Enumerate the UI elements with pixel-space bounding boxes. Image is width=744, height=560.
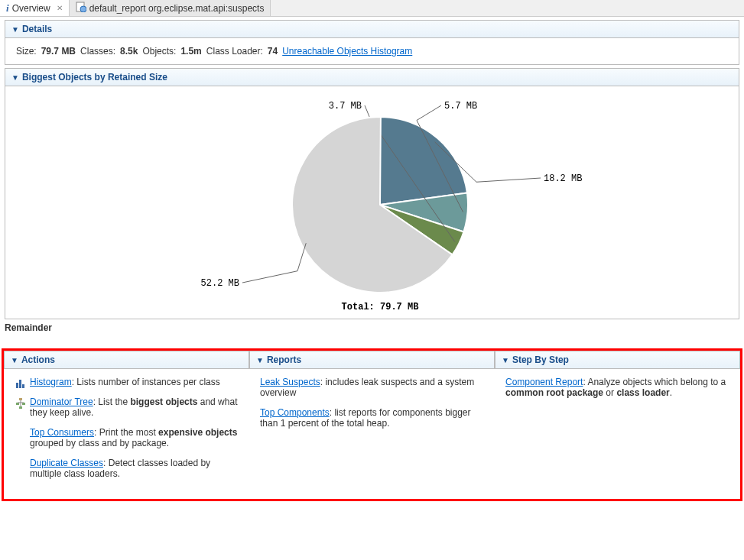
pie-label: 52.2 MB: [200, 278, 239, 289]
action-link[interactable]: Histogram: [30, 377, 72, 387]
svg-rect-8: [19, 406, 22, 409]
twisty-icon: ▼: [11, 73, 19, 82]
svg-rect-3: [19, 380, 21, 388]
report-icon: [76, 2, 86, 15]
action-item: Top Consumers: Print the most expensive …: [15, 427, 239, 448]
reports-header[interactable]: ▼ Reports: [249, 351, 495, 369]
loader-label: Class Loader:: [206, 46, 263, 57]
classes-label: Classes:: [80, 46, 115, 57]
actions-header[interactable]: ▼ Actions: [4, 351, 249, 369]
action-link[interactable]: Duplicate Classes: [30, 458, 103, 468]
bottom-panel: ▼ Actions Histogram: Lists number of ins…: [2, 348, 742, 501]
twisty-icon: ▼: [11, 356, 18, 364]
info-icon: i: [6, 2, 9, 15]
svg-rect-5: [19, 398, 22, 400]
action-link[interactable]: Dominator Tree: [30, 397, 93, 407]
section-title: Step By Step: [512, 354, 569, 365]
objects-label: Objects:: [142, 46, 176, 57]
action-item: Duplicate Classes: Detect classes loaded…: [15, 458, 239, 479]
loader-value: 74: [268, 46, 278, 57]
svg-rect-4: [22, 384, 24, 388]
chart-total: Total: 79.7 MB: [341, 302, 418, 312]
tab-bar: i Overview ✕ default_report org.eclipse.…: [0, 0, 744, 17]
tab-label: default_report org.eclipse.mat.api:suspe…: [89, 3, 265, 14]
tree-icon: [15, 398, 27, 409]
pie-chart: 18.2 MB5.7 MB3.7 MB52.2 MB Total: 79.7 M…: [5, 86, 739, 319]
step-item: Component Report: Analyze objects which …: [505, 377, 729, 398]
stepbystep-column: ▼ Step By Step Component Report: Analyze…: [495, 351, 740, 499]
section-title: Details: [22, 24, 52, 34]
report-item: Leak Suspects: includes leak suspects an…: [260, 377, 484, 398]
stepbystep-header[interactable]: ▼ Step By Step: [495, 351, 740, 369]
tab-overview[interactable]: i Overview ✕: [0, 0, 70, 16]
report-link[interactable]: Leak Suspects: [260, 377, 320, 387]
classes-value: 8.5k: [120, 46, 138, 57]
pie-label: 18.2 MB: [544, 173, 582, 184]
reports-column: ▼ Reports Leak Suspects: includes leak s…: [249, 351, 495, 499]
actions-column: ▼ Actions Histogram: Lists number of ins…: [4, 351, 249, 499]
biggest-section: ▼ Biggest Objects by Retained Size 18.2 …: [5, 68, 739, 319]
svg-point-1: [80, 6, 86, 12]
histogram-icon: [15, 378, 27, 389]
action-item: Histogram: Lists number of instances per…: [15, 377, 239, 387]
svg-rect-2: [16, 383, 18, 388]
pie-label: 5.7 MB: [444, 101, 477, 112]
remainder-label: Remainder: [5, 322, 739, 333]
action-item: Dominator Tree: List the biggest objects…: [15, 397, 239, 418]
twisty-icon: ▼: [11, 25, 19, 34]
details-header[interactable]: ▼ Details: [5, 21, 739, 38]
report-link[interactable]: Top Components: [260, 407, 330, 418]
details-body: Size: 79.7 MB Classes: 8.5k Objects: 1.5…: [5, 38, 739, 64]
size-value: 79.7 MB: [41, 46, 76, 57]
twisty-icon: ▼: [256, 356, 264, 364]
twisty-icon: ▼: [502, 356, 509, 364]
section-title: Biggest Objects by Retained Size: [22, 72, 167, 83]
section-title: Reports: [267, 354, 301, 365]
objects-value: 1.5m: [180, 46, 201, 57]
biggest-header[interactable]: ▼ Biggest Objects by Retained Size: [5, 69, 739, 86]
action-link[interactable]: Top Consumers: [30, 427, 94, 438]
section-title: Actions: [21, 354, 55, 365]
details-section: ▼ Details Size: 79.7 MB Classes: 8.5k Ob…: [5, 20, 739, 65]
tab-label: Overview: [12, 3, 50, 14]
pie-svg: 18.2 MB5.7 MB3.7 MB52.2 MB Total: 79.7 M…: [128, 94, 617, 316]
pie-label: 3.7 MB: [328, 101, 361, 112]
close-icon[interactable]: ✕: [57, 4, 63, 12]
tab-default-report[interactable]: default_report org.eclipse.mat.api:suspe…: [70, 0, 271, 16]
report-item: Top Components: list reports for compone…: [260, 407, 484, 429]
size-label: Size:: [16, 46, 37, 57]
unreachable-link[interactable]: Unreachable Objects Histogram: [282, 46, 412, 57]
step-link[interactable]: Component Report: [505, 377, 583, 387]
